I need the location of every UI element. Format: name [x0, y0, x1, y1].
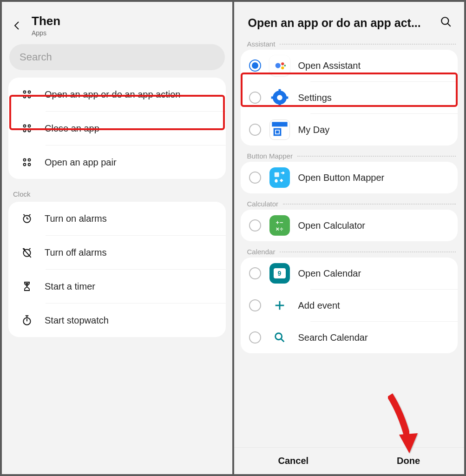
assistant-app-icon — [269, 55, 290, 76]
radio-button[interactable] — [249, 172, 261, 184]
action-label: Open an app or do an app action — [45, 89, 180, 100]
option-my-day[interactable]: My Day — [241, 114, 458, 145]
group-label-assistant: Assistant — [234, 38, 465, 49]
clock-start-timer[interactable]: Start a timer — [8, 270, 226, 303]
myday-app-icon — [269, 119, 290, 140]
search-icon[interactable] — [440, 16, 454, 30]
section-clock-label: Clock — [2, 184, 232, 200]
action-label: Open an app pair — [45, 157, 117, 168]
option-open-calculator[interactable]: +−×÷ Open Calculator — [241, 210, 458, 241]
apps-grid-icon — [19, 120, 35, 137]
left-pane: Then Apps Open an app or do an app actio… — [2, 2, 232, 474]
item-label: Start stopwatch — [45, 315, 109, 326]
svg-line-45 — [281, 339, 284, 342]
action-open-app[interactable]: Open an app or do an app action — [8, 78, 226, 111]
option-label: Open Calendar — [298, 268, 361, 279]
option-open-calendar[interactable]: 9 Open Calendar — [241, 258, 458, 289]
option-label: Settings — [298, 93, 332, 103]
calculator-app-icon: +−×÷ — [269, 215, 290, 236]
svg-rect-39 — [276, 131, 279, 134]
clock-start-stopwatch[interactable]: Start stopwatch — [8, 304, 226, 337]
search-input[interactable] — [9, 44, 225, 70]
svg-point-9 — [28, 159, 31, 161]
group-label-calculator: Calculator — [234, 198, 465, 209]
svg-line-26 — [447, 23, 451, 26]
svg-point-32 — [277, 95, 282, 100]
apps-grid-icon — [19, 86, 35, 103]
item-label: Turn on alarms — [45, 213, 107, 224]
bottom-button-bar: Cancel Done — [234, 447, 465, 474]
clock-turn-off-alarms[interactable]: Turn off alarms — [8, 236, 226, 269]
svg-line-15 — [23, 214, 25, 215]
group-label-button-mapper: Button Mapper — [234, 150, 465, 161]
svg-point-0 — [24, 91, 26, 93]
svg-point-2 — [24, 96, 26, 98]
plus-icon — [269, 295, 290, 316]
alarm-off-icon — [19, 244, 35, 261]
calendar-app-icon: 9 — [269, 263, 290, 284]
option-open-assistant[interactable]: Open Assistant — [241, 50, 458, 81]
right-header: Open an app or do an app act... — [234, 2, 465, 38]
svg-point-25 — [441, 17, 448, 24]
search-calendar-icon — [269, 327, 290, 348]
radio-button[interactable] — [249, 331, 261, 344]
radio-button[interactable] — [249, 124, 261, 136]
svg-point-11 — [28, 164, 31, 166]
action-open-app-pair[interactable]: Open an app pair — [8, 145, 226, 179]
hourglass-icon — [19, 278, 35, 295]
stopwatch-icon — [19, 312, 35, 329]
option-label: My Day — [298, 125, 330, 135]
svg-line-19 — [29, 248, 30, 249]
svg-point-30 — [284, 65, 286, 66]
page-title: Then — [32, 14, 60, 28]
item-label: Turn off alarms — [45, 247, 106, 258]
option-label: Open Button Mapper — [298, 172, 385, 183]
settings-app-icon — [269, 87, 290, 108]
svg-point-10 — [24, 164, 26, 166]
svg-point-27 — [275, 63, 280, 68]
svg-point-4 — [24, 125, 26, 127]
svg-rect-40 — [274, 172, 279, 177]
svg-rect-37 — [272, 122, 287, 126]
option-add-event[interactable]: Add event — [241, 290, 458, 321]
clock-turn-on-alarms[interactable]: Turn on alarms — [8, 202, 226, 235]
radio-button[interactable] — [249, 92, 261, 104]
svg-point-5 — [28, 125, 31, 127]
radio-button[interactable] — [249, 299, 261, 311]
action-close-app[interactable]: Close an app — [8, 112, 226, 145]
svg-point-8 — [24, 159, 26, 161]
radio-button[interactable] — [249, 60, 261, 72]
page-subtitle: Apps — [32, 29, 60, 37]
apps-grid-icon — [19, 154, 35, 171]
alarm-on-icon — [19, 210, 35, 227]
svg-point-3 — [28, 96, 31, 98]
done-button[interactable]: Done — [383, 450, 434, 472]
right-pane: Open an app or do an app act... Assistan… — [234, 2, 465, 474]
option-label: Search Calendar — [298, 332, 368, 343]
radio-button[interactable] — [249, 267, 261, 279]
action-label: Close an app — [45, 123, 99, 134]
option-label: Open Calculator — [298, 220, 366, 231]
button-mapper-app-icon — [269, 167, 290, 188]
svg-point-44 — [275, 333, 282, 340]
svg-point-6 — [24, 130, 26, 132]
right-title: Open an app or do an app act... — [248, 16, 421, 30]
cancel-button[interactable]: Cancel — [264, 450, 322, 472]
option-label: Add event — [298, 300, 340, 311]
option-label: Open Assistant — [298, 60, 361, 71]
group-label-calendar: Calendar — [234, 246, 465, 257]
svg-line-16 — [29, 214, 30, 215]
left-header: Then Apps — [2, 2, 232, 44]
option-open-button-mapper[interactable]: Open Button Mapper — [241, 162, 458, 193]
back-button[interactable] — [11, 20, 23, 32]
svg-point-29 — [281, 66, 284, 69]
svg-point-7 — [28, 130, 31, 132]
item-label: Start a timer — [45, 281, 95, 292]
svg-point-28 — [281, 62, 284, 65]
radio-button[interactable] — [249, 219, 261, 231]
svg-point-1 — [28, 91, 31, 93]
option-settings[interactable]: Settings — [241, 82, 458, 113]
option-search-calendar[interactable]: Search Calendar — [241, 322, 458, 353]
